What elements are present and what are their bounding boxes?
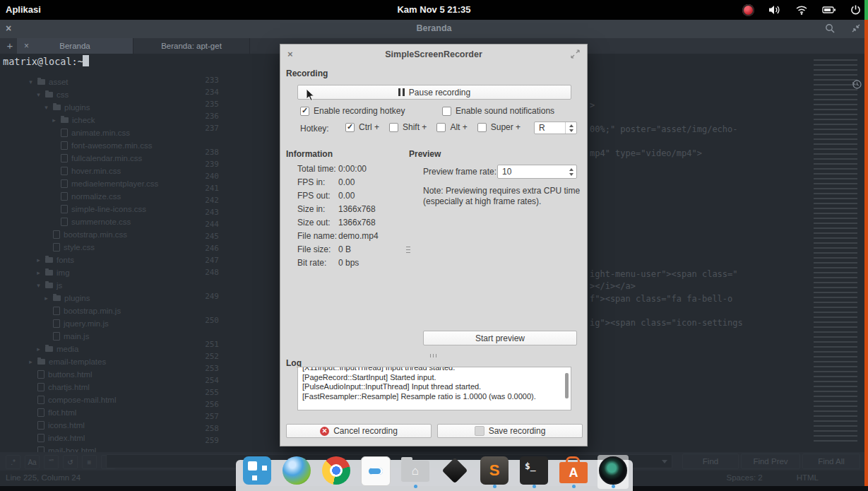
syntax-status[interactable]: HTML [797, 473, 819, 482]
modifier-checkbox[interactable] [389, 123, 398, 132]
tree-item[interactable]: media [16, 343, 192, 355]
tree-item[interactable]: email-templates [16, 355, 192, 368]
find-prev-button[interactable]: Find Prev [741, 454, 800, 469]
info-value: 1366x768 [338, 218, 376, 231]
enable-hotkey-checkbox[interactable] [300, 107, 309, 116]
tab-close-icon[interactable]: × [24, 41, 29, 51]
dock-item[interactable]: S [479, 455, 510, 489]
tab-label: Beranda [59, 42, 90, 50]
terminal-prompt[interactable]: matrix@local:~$ [3, 56, 89, 67]
resize-icon[interactable] [571, 49, 580, 61]
dock-item[interactable] [598, 455, 629, 489]
hotkey-key-spinner[interactable]: R [534, 122, 577, 134]
spinner-arrows[interactable] [565, 122, 576, 134]
start-preview-button[interactable]: Start preview [423, 331, 577, 345]
tree-item[interactable]: buttons.html [16, 368, 192, 381]
tree-item[interactable]: summernote.css [16, 215, 192, 228]
tree-item[interactable]: bootstrap.min.js [16, 304, 192, 317]
tree-item[interactable]: font-awesome.min.css [16, 139, 192, 152]
find-button[interactable]: Find [682, 454, 739, 469]
line-number: 245 [199, 232, 219, 244]
sound-notifications-checkbox[interactable] [442, 107, 451, 116]
line-number [199, 280, 219, 292]
scrollbar-edge-strip[interactable] [864, 20, 868, 486]
volume-icon[interactable] [768, 4, 781, 16]
modifier-checkbox[interactable] [345, 123, 355, 132]
clock[interactable]: Kam Nov 5 21:35 [0, 4, 868, 15]
tree-item[interactable]: normalize.css [16, 190, 192, 203]
tree-item[interactable]: chartjs.html [16, 381, 192, 394]
recorder-tray-icon[interactable] [742, 4, 754, 16]
search-icon[interactable] [825, 23, 836, 37]
dock-item[interactable] [360, 455, 391, 489]
dock-item[interactable] [321, 455, 352, 489]
tree-item[interactable]: hover.min.css [16, 165, 192, 177]
tree-node-icon [37, 434, 44, 442]
battery-icon[interactable] [822, 6, 836, 14]
indentation-status[interactable]: Spaces: 2 [727, 473, 763, 482]
tree-item[interactable]: mediaelementplayer.css [16, 177, 192, 190]
modifier-checkbox[interactable] [436, 123, 446, 132]
cancel-recording-button[interactable]: ✕ Cancel recording [286, 424, 432, 438]
find-option-button[interactable]: Aa [25, 455, 40, 469]
save-recording-button[interactable]: Save recording [437, 424, 583, 438]
tree-item[interactable]: plugins [16, 101, 192, 114]
find-all-button[interactable]: Find All [802, 454, 860, 469]
window-title: Beranda [0, 23, 868, 33]
log-box[interactable]: [X11Input::InputThread] Input thread sta… [297, 367, 571, 410]
tree-node-icon [45, 92, 53, 97]
tree-item[interactable]: asset [16, 76, 192, 88]
tab-beranda-apt-get[interactable]: Beranda: apt-get [133, 38, 250, 54]
tree-item[interactable]: js [16, 279, 192, 292]
minimap[interactable] [814, 59, 857, 444]
splitter-handle-vertical[interactable] [406, 247, 410, 253]
dock-item[interactable]: A [558, 455, 589, 489]
tree-item[interactable]: plugins [16, 292, 192, 304]
tree-item[interactable]: animate.min.css [16, 126, 192, 139]
find-option-button[interactable]: “” [44, 455, 59, 469]
tree-item-label: compose-mail.html [48, 396, 117, 404]
tree-item[interactable]: index.html [16, 432, 192, 444]
terminal-cursor [83, 55, 89, 66]
tree-item[interactable]: main.js [16, 330, 192, 343]
tree-item[interactable]: bootstrap.min.css [16, 228, 192, 241]
tree-item[interactable]: flot.html [16, 406, 192, 419]
tree-item-label: index.html [48, 434, 85, 442]
tree-item[interactable]: compose-mail.html [16, 394, 192, 406]
dock-item[interactable]: ⌂ [400, 455, 431, 489]
unmaximize-icon[interactable] [851, 23, 861, 36]
power-icon[interactable] [850, 4, 861, 16]
tree-item[interactable]: icons.html [16, 419, 192, 432]
modifier-option: Alt + [436, 122, 467, 132]
pause-recording-button[interactable]: Pause recording [297, 85, 571, 100]
frame-rate-spinner[interactable]: 10 [497, 165, 577, 179]
wifi-icon[interactable] [795, 5, 808, 15]
tree-item[interactable]: fonts [16, 254, 192, 266]
tree-item[interactable]: style.css [16, 241, 192, 254]
history-icon[interactable] [852, 79, 862, 93]
tree-item[interactable]: fullcalendar.min.css [16, 152, 192, 165]
dock-item[interactable]: $_ [518, 455, 549, 489]
find-option-button[interactable]: ↺ [63, 455, 78, 469]
log-scrollbar[interactable] [565, 373, 569, 398]
tree-node-icon [61, 218, 68, 226]
modifier-checkbox[interactable] [477, 123, 487, 132]
tree-item[interactable]: icheck [16, 114, 192, 126]
tree-item[interactable]: simple-line-icons.css [16, 203, 192, 215]
splitter-handle-horizontal[interactable] [430, 354, 439, 357]
dock-item[interactable] [242, 455, 273, 489]
tree-node-icon [53, 307, 60, 315]
chevron-down-icon[interactable] [662, 460, 667, 463]
tree-item[interactable]: css [16, 88, 192, 101]
dock-item[interactable] [281, 455, 312, 489]
new-tab-button[interactable]: + [4, 40, 16, 52]
tree-item-label: fonts [57, 256, 74, 264]
tree-node-icon [53, 295, 61, 301]
spinner-arrows[interactable] [566, 165, 576, 178]
dock-item[interactable] [439, 455, 470, 489]
tree-item[interactable]: img [16, 266, 192, 279]
tab-beranda[interactable]: × Beranda [17, 38, 133, 54]
find-option-button[interactable]: .* [6, 455, 20, 469]
tree-item[interactable]: jquery.min.js [16, 317, 192, 330]
find-option-button[interactable]: ≡ [82, 455, 97, 469]
